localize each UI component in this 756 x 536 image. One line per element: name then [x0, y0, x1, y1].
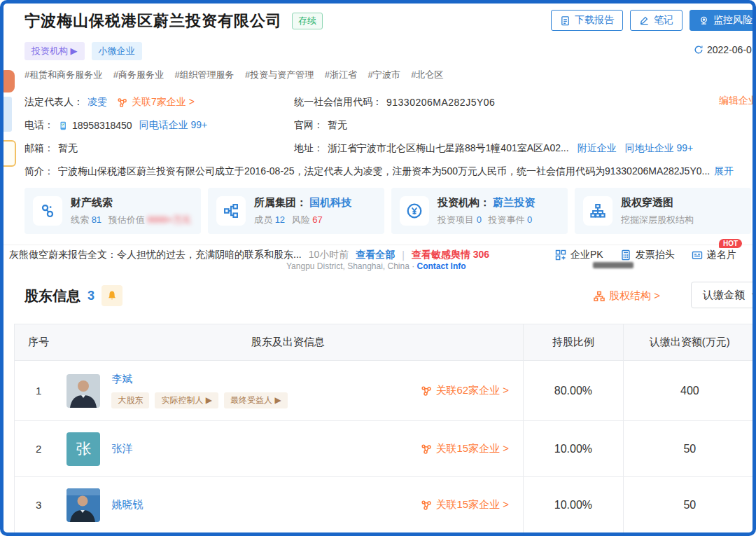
tag-small-enterprise[interactable]: 小微企业	[92, 42, 142, 60]
tool-label: 企业PK	[570, 249, 603, 261]
company-profile-page: 宁波梅山保税港区蔚兰投资有限公司 存续 下载报告 笔记 监控风险	[0, 0, 756, 536]
card-title: 所属集团：	[254, 196, 307, 208]
sensitive-news-link[interactable]: 查看敏感舆情 306	[412, 249, 489, 261]
intro-expand-link[interactable]: 展开	[714, 165, 734, 178]
hashtag[interactable]: #租赁和商务服务业	[24, 69, 102, 80]
email-label: 邮箱：	[24, 142, 54, 155]
credit-code-label: 统一社会信用代码：	[294, 96, 382, 109]
ghost-logo-fragment	[593, 262, 634, 268]
shareholder-name-link[interactable]: 姚晓锐	[111, 498, 143, 511]
download-report-label: 下载报告	[575, 14, 614, 27]
legal-rep-related-link[interactable]: 关联7家企业 >	[132, 96, 195, 109]
edge-widget-fragment	[0, 140, 16, 167]
hashtag[interactable]: #组织管理服务	[174, 69, 234, 80]
website-label: 官网：	[294, 119, 323, 132]
hashtag[interactable]: #宁波市	[368, 69, 400, 80]
table-row: 2 张 张洋 关联15家企业 > 10.00% 50	[15, 421, 756, 477]
page-title: 宁波梅山保税港区蔚兰投资有限公司	[24, 11, 282, 32]
card-value: 12	[275, 214, 285, 225]
card-subtitle: 挖掘深层股权结构	[621, 214, 694, 226]
hashtag[interactable]: #北仑区	[411, 69, 443, 80]
badge-major-shareholder[interactable]: 大股东	[111, 392, 149, 408]
monitor-risk-label: 监控风险	[713, 14, 752, 27]
table-row: 1 李斌 大股东 实际控制人 ▶ 最终受益人 ▶	[15, 361, 756, 421]
phone-label: 电话：	[24, 119, 54, 132]
hashtag[interactable]: #投资与资产管理	[245, 69, 314, 80]
row-number: 3	[15, 477, 62, 532]
monitor-risk-button[interactable]: 监控风险	[690, 10, 756, 31]
ratio-value: 10.00%	[523, 421, 623, 476]
shareholder-name-link[interactable]: 李斌	[111, 373, 287, 386]
update-date: 2022-06-0	[707, 44, 752, 55]
related-companies-icon	[117, 97, 127, 108]
org-group-icon	[216, 196, 246, 226]
calculator-icon	[620, 249, 631, 261]
shareholder-photo	[66, 488, 100, 522]
same-address-link[interactable]: 同地址企业 99+	[625, 142, 694, 155]
table-header-row: 序号 股东及出资信息 持股比例 认缴出资额(万元)	[15, 324, 756, 361]
table-row: 3 姚晓锐	[15, 477, 756, 533]
news-time: 10小时前	[309, 249, 349, 261]
fund-name-link[interactable]: 蔚兰投资	[493, 196, 535, 208]
badge-actual-controller[interactable]: 实际控制人 ▶	[155, 392, 218, 408]
edit-company-link[interactable]: 编辑企业	[719, 95, 756, 107]
download-report-button[interactable]: 下载报告	[551, 10, 623, 31]
news-headline[interactable]: 灰熊做空蔚来报告全文：令人担忧的过去，充满阴暗的联系和股东...	[9, 249, 302, 261]
phone-value: 18958318450	[72, 120, 132, 131]
card-group[interactable]: 所属集团： 国机科技 成员 12 风险 67	[208, 188, 384, 234]
invoice-title-tool[interactable]: 发票抬头	[620, 249, 675, 261]
company-pk-tool[interactable]: 企业PK	[555, 249, 603, 261]
hashtag[interactable]: #浙江省	[325, 69, 357, 80]
same-phone-link[interactable]: 同电话企业 99+	[139, 119, 208, 132]
card-value: 0	[527, 214, 532, 225]
shareholders-count: 3	[88, 289, 94, 303]
equity-structure-link[interactable]: 股权结构 >	[594, 289, 660, 303]
legal-rep-link[interactable]: 凌雯	[88, 96, 107, 109]
refresh-icon[interactable]	[694, 45, 704, 55]
related-companies-link[interactable]: 关联62家企业 >	[421, 384, 509, 397]
legal-rep-label: 法定代表人：	[24, 96, 83, 109]
note-button[interactable]: 笔记	[630, 10, 682, 31]
amount-type-dropdown[interactable]: 认缴金额 ▾	[691, 282, 756, 308]
nearby-companies-link[interactable]: 附近企业	[578, 142, 617, 155]
camera-monitor-icon	[699, 15, 709, 26]
related-companies-icon	[421, 385, 432, 397]
related-companies-link[interactable]: 关联15家企业 >	[421, 498, 509, 511]
notification-bell-button[interactable]	[102, 285, 122, 306]
ratio-value: 10.00%	[523, 477, 623, 532]
phone-icon	[58, 121, 68, 131]
ghost-contact-link[interactable]: Contact Info	[417, 261, 466, 271]
card-investment-org[interactable]: 投资机构： 蔚兰投资 投资项目 0 投资事件 0	[391, 188, 568, 234]
col-header-shareholder: 股东及出资信息	[62, 324, 523, 360]
shareholder-name-link[interactable]: 张洋	[111, 442, 132, 455]
intro-label: 简介：	[24, 165, 54, 178]
card-title: 股权穿透图	[621, 196, 694, 209]
ghost-location-text: Yangpu District, Shanghai, China ·	[286, 261, 417, 271]
related-companies-link[interactable]: 关联15家企业 >	[421, 442, 509, 455]
card-equity-penetration[interactable]: 股权穿透图 挖掘深层股权结构	[575, 188, 751, 234]
amount-value: 400	[623, 361, 756, 420]
history-tool-partial[interactable]	[753, 249, 756, 261]
amount-value: 50	[623, 477, 756, 532]
address-label: 地址：	[294, 142, 323, 155]
hashtag[interactable]: #商务服务业	[113, 69, 164, 80]
id-card-icon	[692, 249, 703, 261]
equity-structure-icon	[594, 291, 605, 302]
edge-widget-fragment	[0, 70, 15, 92]
view-all-link[interactable]: 查看全部	[356, 249, 395, 261]
col-header-no: 序号	[15, 324, 62, 360]
badge-beneficial-owner[interactable]: 最终受益人 ▶	[224, 392, 288, 408]
group-name-link[interactable]: 国机科技	[309, 196, 351, 208]
business-card-tool[interactable]: 递名片	[692, 249, 736, 261]
row-number: 2	[15, 421, 62, 476]
edit-icon	[639, 15, 650, 26]
tool-label: 递名片	[707, 249, 736, 261]
ratio-value: 80.00%	[523, 361, 623, 420]
card-value: 67	[312, 214, 322, 225]
related-companies-icon	[421, 444, 432, 455]
document-icon	[560, 15, 570, 26]
tag-investment-org[interactable]: 投资机构 ▶	[24, 42, 85, 60]
card-property-clues[interactable]: 财产线索 线索 81 预估价值 9999+万元	[24, 188, 201, 234]
card-key: 成员	[254, 214, 272, 225]
tool-label: 发票抬头	[636, 249, 675, 261]
